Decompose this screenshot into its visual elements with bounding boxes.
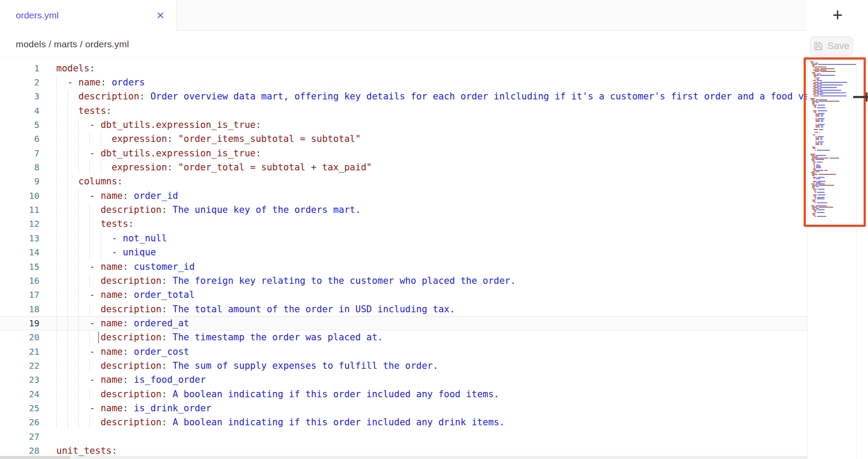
indent-guide xyxy=(56,416,57,429)
indent-guide xyxy=(78,189,79,202)
minimap-line xyxy=(810,127,856,127)
code-line-25[interactable]: 25 - name: is_drink_order xyxy=(0,401,807,415)
minimap-line xyxy=(810,101,856,102)
indent-guide xyxy=(67,402,68,415)
code-line-17[interactable]: 17 - name: order_total xyxy=(0,288,807,302)
code-line-13[interactable]: 13 - not_null xyxy=(0,231,807,245)
minimap-line xyxy=(810,197,856,198)
close-icon[interactable]: × xyxy=(156,9,164,22)
code-line-23[interactable]: 23 - name: is_food_order xyxy=(0,373,807,387)
minimap-line xyxy=(810,98,856,99)
line-number: 5 xyxy=(0,118,39,132)
minimap-line xyxy=(810,205,856,206)
minimap-line xyxy=(810,184,856,184)
indent-guide xyxy=(67,388,68,401)
code-text: - dbt_utils.expression_is_true: xyxy=(56,118,261,132)
minimap-line xyxy=(810,163,856,164)
indent-guide xyxy=(67,189,68,202)
code-text: description: The timestamp the order was… xyxy=(56,330,383,344)
annotation-dash-cap xyxy=(866,92,868,102)
code-editor[interactable]: 1models:2 - name: orders3 description: O… xyxy=(0,58,807,459)
line-number: 14 xyxy=(0,245,39,259)
code-text: - name: order_total xyxy=(56,288,195,302)
line-number: 4 xyxy=(0,104,39,118)
minimap-line xyxy=(810,91,856,92)
line-number: 12 xyxy=(0,217,39,231)
code-line-4[interactable]: 4 tests: xyxy=(0,104,807,118)
code-line-15[interactable]: 15 - name: customer_id xyxy=(0,260,807,274)
code-line-11[interactable]: 11 description: The unique key of the or… xyxy=(0,203,807,217)
horizontal-scrollbar-thumb[interactable] xyxy=(0,456,70,459)
indent-guide xyxy=(78,288,79,301)
line-number: 26 xyxy=(0,415,39,429)
indent-guide xyxy=(78,359,79,372)
minimap-line xyxy=(810,196,856,197)
minimap-line xyxy=(810,106,856,107)
minimap-line xyxy=(810,74,856,74)
code-text: tests: xyxy=(56,104,112,118)
indent-guide xyxy=(78,345,79,358)
minimap-line xyxy=(810,208,856,209)
minimap-line xyxy=(810,173,856,173)
minimap-line xyxy=(810,166,856,167)
line-number: 8 xyxy=(0,160,39,174)
tab-orders-yml[interactable]: orders.yml × xyxy=(0,0,176,31)
line-number: 17 xyxy=(0,288,39,302)
minimap-line xyxy=(810,194,856,195)
indent-guide xyxy=(67,317,68,330)
minimap-line xyxy=(810,118,856,119)
line-number: 20 xyxy=(0,330,39,344)
code-line-9[interactable]: 9 columns: xyxy=(0,174,807,188)
code-line-2[interactable]: 2 - name: orders xyxy=(0,75,807,89)
indent-guide xyxy=(56,317,57,330)
code-line-10[interactable]: 10 - name: order_id xyxy=(0,189,807,203)
line-number: 10 xyxy=(0,189,39,203)
minimap-line xyxy=(810,171,856,172)
indent-guide xyxy=(56,274,57,287)
indent-guide xyxy=(67,260,68,273)
indent-guide xyxy=(78,416,79,429)
indent-guide xyxy=(89,331,90,344)
indent-guide xyxy=(56,203,57,216)
code-text: columns: xyxy=(56,174,123,188)
code-line-21[interactable]: 21 - name: order_cost xyxy=(0,345,807,359)
code-line-7[interactable]: 7 - dbt_utils.expression_is_true: xyxy=(0,146,807,160)
code-line-8[interactable]: 8 expression: "order_total = subtotal + … xyxy=(0,160,807,174)
code-line-14[interactable]: 14 - unique xyxy=(0,245,807,259)
code-line-16[interactable]: 16 description: The foreign key relating… xyxy=(0,274,807,288)
indent-guide xyxy=(56,161,57,174)
line-number: 9 xyxy=(0,174,39,188)
minimap-line xyxy=(810,95,856,96)
minimap-line xyxy=(810,63,856,64)
code-line-26[interactable]: 26 description: A boolean indicating if … xyxy=(0,415,807,429)
indent-guide xyxy=(56,288,57,301)
plus-icon[interactable]: + xyxy=(833,6,843,24)
indent-guide xyxy=(67,175,68,188)
save-button[interactable]: Save xyxy=(810,36,853,56)
indent-guide xyxy=(78,317,79,330)
indent-guide xyxy=(56,246,57,259)
minimap[interactable] xyxy=(807,58,868,459)
code-line-5[interactable]: 5 - dbt_utils.expression_is_true: xyxy=(0,118,807,132)
line-number: 15 xyxy=(0,260,39,274)
indent-guide xyxy=(78,373,79,386)
code-line-19[interactable]: 19 - name: ordered_at xyxy=(0,316,807,330)
minimap-line xyxy=(810,169,856,169)
code-line-6[interactable]: 6 expression: "order_items_subtotal = su… xyxy=(0,132,807,146)
minimap-rows xyxy=(810,61,856,455)
code-line-27[interactable]: 27 xyxy=(0,430,807,444)
code-line-22[interactable]: 22 description: The sum of supply expens… xyxy=(0,359,807,373)
minimap-line xyxy=(810,132,856,133)
minimap-line xyxy=(810,202,856,203)
code-line-20[interactable]: 20 description: The timestamp the order … xyxy=(0,330,807,344)
indent-guide xyxy=(78,203,79,216)
line-number: 1 xyxy=(0,61,39,75)
minimap-line xyxy=(810,124,856,125)
code-line-24[interactable]: 24 description: A boolean indicating if … xyxy=(0,387,807,401)
line-number: 27 xyxy=(0,430,39,444)
code-line-3[interactable]: 3 description: Order overview data mart,… xyxy=(0,89,807,103)
code-line-1[interactable]: 1models: xyxy=(0,61,807,75)
code-line-12[interactable]: 12 tests: xyxy=(0,217,807,231)
code-line-18[interactable]: 18 description: The total amount of the … xyxy=(0,302,807,316)
minimap-line xyxy=(810,192,856,193)
